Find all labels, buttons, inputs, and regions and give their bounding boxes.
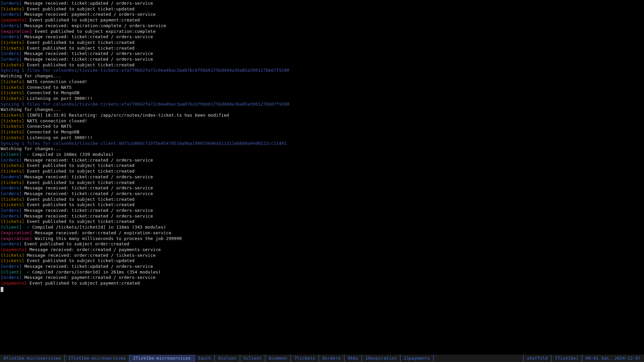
tmux-window-tixvibe-microservices[interactable]: 2 TixVibe-microservices xyxy=(129,355,194,362)
tmux-window-tixvibe-microservices[interactable]: 0 TixVibe-microservices xyxy=(0,355,65,362)
status-session: [TixVibe] xyxy=(551,355,582,362)
tickets-tag: [tickets] xyxy=(1,135,24,140)
log-line: [orders] Message received: ticket:create… xyxy=(1,57,643,62)
log-message: NATS connection closed! xyxy=(27,118,87,123)
log-message: Listening on port 3000!!! xyxy=(27,135,93,140)
log-line: [tickets] Message received: order:create… xyxy=(1,253,643,258)
check-icon: ✓ xyxy=(24,225,32,230)
tmux-window-label: tickets xyxy=(297,356,315,361)
tmux-window-client[interactable]: 5 client xyxy=(240,355,266,362)
tmux-window-label: auth xyxy=(200,356,211,361)
log-message: Message received: expiration:complete / … xyxy=(24,23,166,28)
log-line: [expiration] Message received: order:cre… xyxy=(1,230,643,236)
log-message: Message received: ticket:created / order… xyxy=(24,214,153,219)
tmux-window-colson[interactable]: 4 colson xyxy=(215,355,240,362)
log-message: Event published to subject ticket:create… xyxy=(27,202,135,207)
sync-text: Syncing 1 files for colson0x1/tixvibe-ti… xyxy=(1,68,289,73)
tmux-window-index: 10 xyxy=(365,356,371,361)
log-message: Compiled in 168ms (339 modules) xyxy=(32,152,114,157)
log-line: [tickets] Listening on port 3000!!! xyxy=(1,135,643,141)
log-line: [client] ✓ Compiled /tickets/[ticketId] … xyxy=(1,225,643,230)
log-line: [tickets] Event published to subject tic… xyxy=(1,258,643,264)
log-message: Connected to MongoDB xyxy=(27,129,79,134)
log-message: Event published to subject ticket:update… xyxy=(27,6,135,11)
log-message: Compiled /orders/[orderId] in 261ms (354… xyxy=(32,269,161,275)
log-line: [orders] Message received: payment:creat… xyxy=(1,275,643,281)
log-line: [tickets] Event published to subject tic… xyxy=(1,180,643,186)
tmux-window-index: 4 xyxy=(218,356,221,361)
tmux-window-common[interactable]: 6 common xyxy=(265,355,291,362)
tmux-window-payments[interactable]: 11 payments xyxy=(400,355,434,362)
tmux-window-label: orders xyxy=(325,356,341,361)
tmux-window-k8s[interactable]: 9 k8s xyxy=(344,355,362,362)
tmux-window-label: TixVibe-microservices xyxy=(71,356,126,361)
tickets-tag: [tickets] xyxy=(1,79,24,84)
log-message: Message received: order:created / paymen… xyxy=(30,247,161,252)
payments-tag: [payments] xyxy=(1,281,27,286)
log-line: [tickets] Event published to subject tic… xyxy=(1,169,643,174)
orders-tag: [orders] xyxy=(1,158,22,163)
log-message: Message received: payment:created / orde… xyxy=(24,12,155,17)
tmux-window-label: TixVibe-microservices xyxy=(136,356,191,361)
tickets-tag: [tickets] xyxy=(1,197,24,202)
orders-tag: [orders] xyxy=(1,23,22,28)
payments-tag: [payments] xyxy=(1,247,27,252)
check-icon: ✓ xyxy=(24,269,32,275)
orders-tag: [orders] xyxy=(1,174,22,179)
status-clock: 00:41 Sat, 2024-12-07 xyxy=(582,355,644,362)
sync-text: Syncing 1 files for colson0x1/tixvibe-cl… xyxy=(1,141,287,146)
tmux-window-label: TixVibe-microservices xyxy=(6,356,61,361)
log-line: [tickets] Listening on port 3000!!! xyxy=(1,96,643,102)
log-message: Event published to subject order:created xyxy=(24,241,129,246)
orders-tag: [orders] xyxy=(1,51,22,56)
log-line: [payments] Message received: order:creat… xyxy=(1,247,643,253)
tmux-window-label: payments xyxy=(409,356,430,361)
log-message: Listening on port 3000!!! xyxy=(27,96,93,101)
tmux-window-label: k8s xyxy=(350,356,358,361)
terminal-output[interactable]: [orders] Message received: ticket:update… xyxy=(0,0,644,355)
orders-tag: [orders] xyxy=(1,264,22,269)
tmux-window-label: client xyxy=(246,356,262,361)
watch-text: Watching for changes... xyxy=(1,73,61,78)
tmux-window-orders[interactable]: 8 orders xyxy=(319,355,344,362)
log-line: Watching for changes... xyxy=(1,146,643,152)
log-message: Connected to NATS xyxy=(27,85,71,90)
log-message: NATS connection closed! xyxy=(27,79,87,84)
log-line: [orders] Message received: ticket:create… xyxy=(1,185,643,191)
tickets-tag: [tickets] xyxy=(1,253,24,258)
tickets-tag: [tickets] xyxy=(1,258,24,263)
tmux-window-expiration[interactable]: 10 expiration xyxy=(362,355,400,362)
orders-tag: [orders] xyxy=(1,214,22,219)
tickets-tag: [tickets] xyxy=(1,180,24,185)
log-line: [tickets] Connected to NATS xyxy=(1,85,643,90)
log-message: Waiting this many milliseconds to proces… xyxy=(35,236,182,241)
log-message: Event published to subject ticket:create… xyxy=(27,40,135,45)
tickets-tag: [tickets] xyxy=(1,62,24,67)
log-message: Message received: ticket:updated / order… xyxy=(24,1,153,6)
log-line: Syncing 1 files for colson0x1/tixvibe-ti… xyxy=(1,102,643,107)
log-line: [tickets] Event published to subject tic… xyxy=(1,202,643,208)
log-line: [tickets] Event published to subject tic… xyxy=(1,163,643,169)
log-line: Syncing 1 files for colson0x1/tixvibe-ti… xyxy=(1,68,643,73)
tmux-window-tixvibe-microservices[interactable]: 1 TixVibe-microservices xyxy=(65,355,129,362)
log-message: Message received: payment:created / orde… xyxy=(24,275,155,280)
log-message: Message received: ticket:created / order… xyxy=(24,185,153,190)
client-tag: [client] xyxy=(1,152,22,157)
expiration-tag: [expiration] xyxy=(1,236,32,241)
log-line: [tickets] Event published to subject tic… xyxy=(1,6,643,12)
log-line: [orders] Message received: expiration:co… xyxy=(1,23,643,29)
tmux-window-index: 3 xyxy=(198,356,201,361)
log-message: [INFO] 18:33:01 Restarting: /app/src/rou… xyxy=(27,113,229,118)
log-message: Message received: ticket:created / order… xyxy=(24,158,153,163)
log-line: [orders] Message received: payment:creat… xyxy=(1,12,643,17)
status-process: skaffold xyxy=(523,355,551,362)
tickets-tag: [tickets] xyxy=(1,46,24,51)
expiration-tag: [expiration] xyxy=(1,29,32,34)
tmux-window-tickets[interactable]: 7 tickets xyxy=(291,355,319,362)
tickets-tag: [tickets] xyxy=(1,129,24,134)
client-tag: [client] xyxy=(1,269,22,275)
tmux-window-index: 8 xyxy=(322,356,325,361)
tmux-tabs: 0 TixVibe-microservices1 TixVibe-microse… xyxy=(0,355,434,362)
log-message: Message received: order:created / expira… xyxy=(35,230,171,235)
tmux-window-auth[interactable]: 3 auth xyxy=(195,355,215,362)
